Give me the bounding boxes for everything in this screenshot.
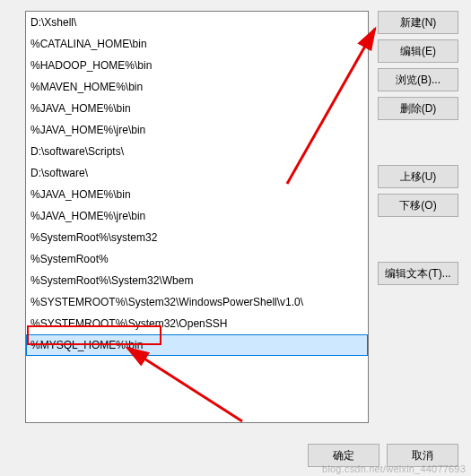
list-item[interactable]: D:\Xshell\ — [26, 12, 368, 33]
list-item[interactable]: D:\software\Scripts\ — [26, 141, 368, 162]
list-item[interactable]: %SYSTEMROOT%\System32\OpenSSH — [26, 313, 368, 334]
edit-text-button[interactable]: 编辑文本(T)... — [378, 262, 458, 285]
edit-button[interactable]: 编辑(E) — [378, 39, 458, 63]
list-item[interactable]: %JAVA_HOME%\bin — [26, 98, 368, 119]
list-item[interactable]: %JAVA_HOME%\jre\bin — [26, 205, 368, 227]
list-item[interactable]: %SystemRoot%\system32 — [26, 227, 368, 248]
list-item[interactable]: %HADOOP_HOME%\bin — [26, 55, 368, 76]
list-item[interactable]: D:\software\ — [26, 162, 368, 184]
path-listbox[interactable]: D:\Xshell\%CATALINA_HOME\bin%HADOOP_HOME… — [25, 11, 369, 423]
list-item[interactable]: %MYSQL_HOME%\bin — [26, 334, 368, 356]
list-item[interactable]: %JAVA_HOME%\jre\bin — [26, 119, 368, 141]
list-item[interactable]: %SystemRoot%\System32\Wbem — [26, 270, 368, 291]
watermark-text: blog.csdn.net/weixin_44077693 — [322, 463, 466, 474]
list-item[interactable]: %SYSTEMROOT%\System32\WindowsPowerShell\… — [26, 291, 368, 313]
move-up-button[interactable]: 上移(U) — [378, 165, 458, 188]
new-button[interactable]: 新建(N) — [378, 11, 458, 34]
list-item[interactable]: %MAVEN_HOME%\bin — [26, 76, 368, 98]
delete-button[interactable]: 删除(D) — [378, 97, 458, 120]
button-column: 新建(N) 编辑(E) 浏览(B)... 删除(D) 上移(U) 下移(O) 编… — [378, 11, 458, 428]
move-down-button[interactable]: 下移(O) — [378, 194, 458, 217]
list-item[interactable]: %JAVA_HOME%\bin — [26, 184, 368, 205]
list-item[interactable]: %SystemRoot% — [26, 248, 368, 270]
list-item[interactable]: %CATALINA_HOME\bin — [26, 33, 368, 55]
browse-button[interactable]: 浏览(B)... — [378, 68, 458, 91]
